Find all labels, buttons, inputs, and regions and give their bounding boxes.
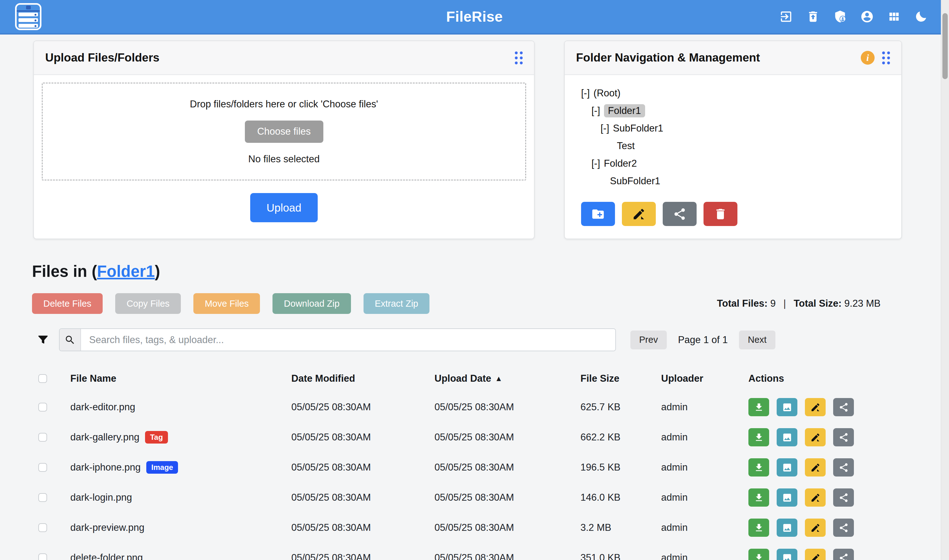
- rename-file-button[interactable]: [805, 518, 826, 537]
- tree-label[interactable]: (Root): [594, 88, 621, 99]
- rename-file-button[interactable]: [805, 458, 826, 477]
- folder-tree: [-] (Root) [-] Folder1 [-] SubFolder1 Te…: [565, 75, 901, 226]
- preview-file-button[interactable]: [777, 458, 797, 477]
- download-file-button[interactable]: [748, 398, 769, 416]
- grid-view-icon[interactable]: [887, 9, 901, 24]
- copy-files-button[interactable]: Copy Files: [115, 293, 181, 314]
- upload-button[interactable]: Upload: [250, 193, 318, 222]
- row-checkbox[interactable]: [38, 523, 47, 532]
- file-name[interactable]: dark-preview.png: [70, 522, 145, 533]
- download-zip-button[interactable]: Download Zip: [272, 293, 351, 314]
- preview-file-button[interactable]: [777, 549, 797, 560]
- tree-toggle[interactable]: [-]: [581, 88, 590, 99]
- admin-panel-icon[interactable]: [833, 9, 847, 24]
- uploader: admin: [661, 492, 748, 503]
- search-input[interactable]: [81, 329, 615, 351]
- folder-card-header: Folder Navigation & Management i: [565, 41, 901, 75]
- share-folder-button[interactable]: [663, 202, 697, 226]
- upload-card: Upload Files/Folders Drop files/folders …: [33, 40, 535, 239]
- tree-item-folder2[interactable]: [-] Folder2: [581, 155, 901, 172]
- file-name[interactable]: dark-iphone.png: [70, 462, 141, 473]
- rename-file-button[interactable]: [805, 488, 826, 507]
- image-badge[interactable]: Image: [146, 461, 178, 474]
- download-file-button[interactable]: [748, 458, 769, 477]
- file-name[interactable]: dark-gallery.png: [70, 432, 139, 443]
- user-profile-icon[interactable]: [860, 9, 874, 24]
- file-size: 351.0 KB: [580, 552, 661, 560]
- tree-label-selected[interactable]: Folder1: [604, 104, 645, 117]
- tree-item-folder1[interactable]: [-] Folder1: [581, 102, 901, 120]
- file-name[interactable]: delete-folder.png: [70, 552, 143, 560]
- download-file-button[interactable]: [748, 518, 769, 537]
- preview-file-button[interactable]: [777, 428, 797, 446]
- file-name[interactable]: dark-login.png: [70, 492, 132, 503]
- share-file-button[interactable]: [833, 398, 854, 416]
- no-files-text: No files selected: [248, 154, 320, 165]
- upload-dropzone[interactable]: Drop files/folders here or click 'Choose…: [42, 83, 526, 180]
- next-page-button[interactable]: Next: [739, 331, 775, 349]
- column-date-modified[interactable]: Date Modified: [291, 373, 434, 384]
- download-file-button[interactable]: [748, 488, 769, 507]
- upload-date: 05/05/25 08:30AM: [434, 402, 580, 413]
- tree-toggle[interactable]: [-]: [591, 105, 600, 117]
- preview-file-button[interactable]: [777, 398, 797, 416]
- column-file-name[interactable]: File Name: [70, 373, 291, 384]
- tree-item-root[interactable]: [-] (Root): [581, 85, 901, 102]
- tag-badge[interactable]: Tag: [145, 431, 168, 443]
- drag-handle-icon[interactable]: [515, 51, 523, 65]
- rename-file-button[interactable]: [805, 549, 826, 560]
- tree-label[interactable]: Folder2: [604, 158, 637, 169]
- share-file-button[interactable]: [833, 428, 854, 446]
- top-bar: FileRise: [0, 0, 949, 35]
- file-size: 3.2 MB: [580, 522, 661, 533]
- column-upload-date[interactable]: Upload Date▲: [434, 373, 580, 384]
- delete-files-button[interactable]: Delete Files: [32, 293, 103, 314]
- row-checkbox[interactable]: [38, 493, 47, 502]
- column-file-size[interactable]: File Size: [580, 373, 661, 384]
- row-checkbox[interactable]: [38, 554, 47, 560]
- extract-zip-button[interactable]: Extract Zip: [363, 293, 430, 314]
- filter-icon[interactable]: [37, 333, 49, 347]
- tree-item-subfolder1[interactable]: [-] SubFolder1: [581, 120, 901, 137]
- preview-file-button[interactable]: [777, 488, 797, 507]
- tree-label[interactable]: SubFolder1: [613, 123, 663, 134]
- share-file-button[interactable]: [833, 458, 854, 477]
- table-row: dark-gallery.pngTag 05/05/25 08:30AM 05/…: [33, 422, 899, 452]
- info-icon[interactable]: i: [861, 51, 875, 65]
- rename-file-button[interactable]: [805, 428, 826, 446]
- move-files-button[interactable]: Move Files: [193, 293, 260, 314]
- upload-date: 05/05/25 08:30AM: [434, 492, 580, 503]
- tree-label[interactable]: Test: [617, 140, 635, 152]
- dark-mode-icon[interactable]: [914, 9, 928, 24]
- select-all-checkbox[interactable]: [38, 374, 47, 383]
- column-uploader[interactable]: Uploader: [661, 373, 748, 384]
- create-folder-button[interactable]: [581, 202, 615, 226]
- download-file-button[interactable]: [748, 428, 769, 446]
- prev-page-button[interactable]: Prev: [631, 331, 667, 349]
- share-file-button[interactable]: [833, 488, 854, 507]
- tree-item-test[interactable]: Test: [581, 137, 901, 155]
- row-checkbox[interactable]: [38, 433, 47, 442]
- share-file-button[interactable]: [833, 549, 854, 560]
- rename-file-button[interactable]: [805, 398, 826, 416]
- file-name[interactable]: dark-editor.png: [70, 402, 135, 413]
- tree-toggle[interactable]: [-]: [591, 158, 600, 169]
- rename-folder-button[interactable]: [622, 202, 656, 226]
- scrollbar[interactable]: [941, 0, 949, 560]
- drag-handle-icon[interactable]: [882, 51, 890, 65]
- tree-item-subfolder1-2[interactable]: SubFolder1: [581, 172, 901, 190]
- uploader: admin: [661, 462, 748, 473]
- current-folder-link[interactable]: Folder1: [97, 262, 155, 280]
- trash-restore-icon[interactable]: [806, 9, 820, 24]
- row-checkbox[interactable]: [38, 403, 47, 412]
- tree-toggle[interactable]: [-]: [601, 123, 609, 134]
- sign-in-icon[interactable]: [779, 9, 793, 24]
- choose-files-button[interactable]: Choose files: [245, 120, 323, 143]
- delete-folder-button[interactable]: [703, 202, 737, 226]
- row-checkbox[interactable]: [38, 463, 47, 472]
- scrollbar-thumb[interactable]: [943, 13, 948, 79]
- share-file-button[interactable]: [833, 518, 854, 537]
- download-file-button[interactable]: [748, 549, 769, 560]
- tree-label[interactable]: SubFolder1: [610, 175, 660, 187]
- preview-file-button[interactable]: [777, 518, 797, 537]
